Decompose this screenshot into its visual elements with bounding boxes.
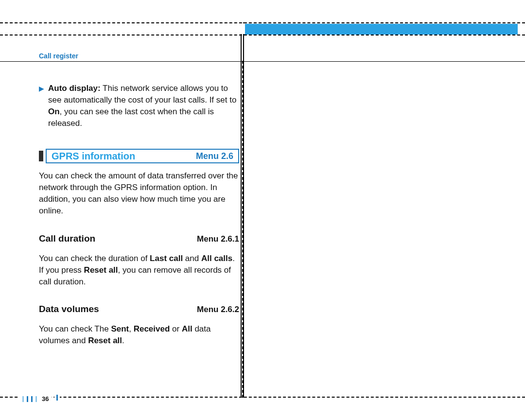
gprs-description: You can check the amount of data transfe… (39, 170, 241, 217)
spine-guide-dashed (242, 61, 243, 398)
ornament-bar-icon (31, 396, 33, 402)
section-heading: GPRS information Menu 2.6 (39, 149, 239, 163)
page-number-trailing-mark (54, 394, 60, 402)
subsection-paragraph: You can check The Sent, Received or All … (39, 323, 241, 347)
section-ornament (39, 151, 43, 161)
bullet-lead: Auto display: (48, 84, 101, 93)
running-header: Call register (39, 52, 78, 60)
crop-line-top-outer (0, 22, 525, 23)
subsection-row-call-duration: Call duration Menu 2.6.1 (39, 233, 239, 244)
triangle-bullet-icon: ▶ (39, 83, 44, 129)
crop-line-bottom (0, 397, 525, 398)
spine-guide-left (241, 22, 242, 398)
data-volumes-text: You can check The Sent, Received or All … (39, 323, 241, 347)
manual-page: Call register ▶ Auto display: This netwo… (0, 0, 525, 420)
section-title: GPRS information (52, 151, 135, 162)
bullet-bold-on: On (48, 107, 60, 116)
bullet-text: Auto display: This network service allow… (48, 83, 241, 129)
section-paragraph: You can check the amount of data transfe… (39, 170, 241, 217)
header-blue-bar (243, 24, 518, 35)
ornament-bar-icon (56, 395, 58, 401)
subsection-row-data-volumes: Data volumes Menu 2.6.2 (39, 304, 239, 315)
bullet-item: ▶ Auto display: This network service all… (39, 83, 241, 129)
page-number-ornament: 36 (19, 395, 52, 402)
subsection-menu-ref: Menu 2.6.1 (197, 234, 239, 244)
call-duration-text: You can check the duration of Last call … (39, 253, 241, 288)
page-number: 36 (42, 395, 49, 402)
subsection-menu-ref: Menu 2.6.2 (197, 305, 239, 315)
section-menu-ref: Menu 2.6 (196, 151, 233, 161)
spine-guide-mask (239, 23, 245, 34)
header-underline (0, 61, 525, 62)
spine-guide-right (243, 22, 244, 398)
ornament-bar-icon (27, 396, 28, 402)
subsection-title: Call duration (39, 233, 95, 244)
subsection-paragraph: You can check the duration of Last call … (39, 253, 241, 288)
bullet-body-2: , you can see the last cost when the cal… (48, 107, 214, 128)
section-box: GPRS information Menu 2.6 (46, 149, 239, 163)
ornament-bar-icon (35, 396, 37, 402)
subsection-title: Data volumes (39, 304, 99, 315)
crop-line-top-inner (0, 35, 525, 35)
ornament-bar-icon (22, 396, 24, 402)
